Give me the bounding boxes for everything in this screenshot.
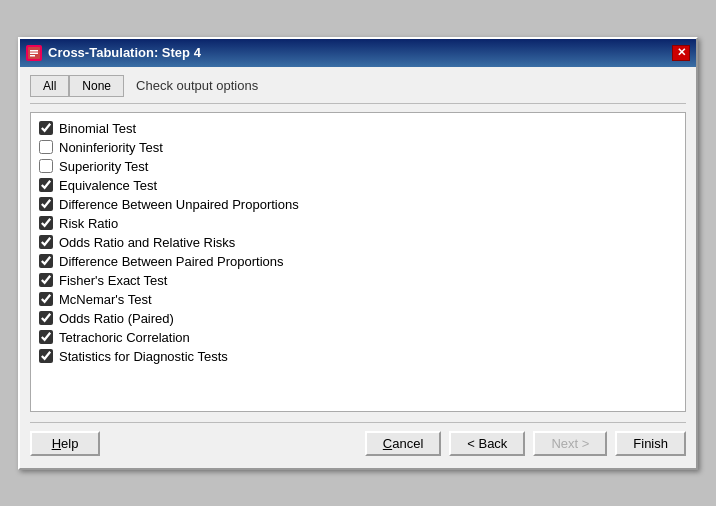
list-item: Tetrachoric Correlation [39, 328, 677, 347]
help-label-text: elp [61, 436, 78, 451]
option-label-diff_unpaired[interactable]: Difference Between Unpaired Proportions [59, 197, 299, 212]
window-icon [26, 45, 42, 61]
close-button[interactable]: ✕ [672, 45, 690, 61]
options-list: Binomial TestNoninferiority TestSuperior… [30, 112, 686, 412]
help-button[interactable]: Help [30, 431, 100, 456]
toolbar: All None Check output options [30, 75, 686, 104]
title-bar: Cross-Tabulation: Step 4 ✕ [20, 39, 696, 67]
svg-rect-3 [30, 55, 35, 57]
option-label-odds_ratio[interactable]: Odds Ratio and Relative Risks [59, 235, 235, 250]
list-item: Noninferiority Test [39, 138, 677, 157]
option-checkbox-superiority[interactable] [39, 159, 53, 173]
option-label-superiority[interactable]: Superiority Test [59, 159, 148, 174]
option-checkbox-tetrachoric[interactable] [39, 330, 53, 344]
option-checkbox-risk_ratio[interactable] [39, 216, 53, 230]
cancel-label-text: ancel [392, 436, 423, 451]
list-item: Fisher's Exact Test [39, 271, 677, 290]
option-checkbox-statistics_diag[interactable] [39, 349, 53, 363]
option-label-odds_paired[interactable]: Odds Ratio (Paired) [59, 311, 174, 326]
option-label-diff_paired[interactable]: Difference Between Paired Proportions [59, 254, 284, 269]
option-label-equivalence[interactable]: Equivalence Test [59, 178, 157, 193]
window-title: Cross-Tabulation: Step 4 [48, 45, 201, 60]
svg-rect-1 [30, 50, 38, 52]
list-item: Statistics for Diagnostic Tests [39, 347, 677, 366]
finish-label: Finish [633, 436, 668, 451]
content-area: All None Check output options Binomial T… [20, 67, 696, 468]
option-label-risk_ratio[interactable]: Risk Ratio [59, 216, 118, 231]
list-item: McNemar's Test [39, 290, 677, 309]
list-item: Difference Between Paired Proportions [39, 252, 677, 271]
next-button[interactable]: Next > [533, 431, 607, 456]
option-label-tetrachoric[interactable]: Tetrachoric Correlation [59, 330, 190, 345]
option-checkbox-diff_unpaired[interactable] [39, 197, 53, 211]
list-item: Difference Between Unpaired Proportions [39, 195, 677, 214]
option-checkbox-odds_ratio[interactable] [39, 235, 53, 249]
option-label-fishers[interactable]: Fisher's Exact Test [59, 273, 167, 288]
list-item: Odds Ratio and Relative Risks [39, 233, 677, 252]
next-label: Next > [551, 436, 589, 451]
main-window: Cross-Tabulation: Step 4 ✕ All None Chec… [18, 37, 698, 470]
list-item: Odds Ratio (Paired) [39, 309, 677, 328]
finish-button[interactable]: Finish [615, 431, 686, 456]
list-item: Binomial Test [39, 119, 677, 138]
svg-rect-2 [30, 52, 38, 54]
list-item: Risk Ratio [39, 214, 677, 233]
option-checkbox-binomial[interactable] [39, 121, 53, 135]
option-label-noninferiority[interactable]: Noninferiority Test [59, 140, 163, 155]
list-item: Superiority Test [39, 157, 677, 176]
none-button[interactable]: None [69, 75, 124, 97]
cancel-button[interactable]: Cancel [365, 431, 441, 456]
footer-right: Cancel < Back Next > Finish [365, 431, 686, 456]
option-checkbox-odds_paired[interactable] [39, 311, 53, 325]
option-checkbox-noninferiority[interactable] [39, 140, 53, 154]
footer-left: Help [30, 431, 100, 456]
option-checkbox-diff_paired[interactable] [39, 254, 53, 268]
footer: Help Cancel < Back Next > Finish [30, 422, 686, 460]
option-label-mcnemar[interactable]: McNemar's Test [59, 292, 152, 307]
toolbar-instruction: Check output options [136, 78, 258, 93]
option-label-binomial[interactable]: Binomial Test [59, 121, 136, 136]
all-button[interactable]: All [30, 75, 69, 97]
option-checkbox-equivalence[interactable] [39, 178, 53, 192]
option-checkbox-fishers[interactable] [39, 273, 53, 287]
title-bar-left: Cross-Tabulation: Step 4 [26, 45, 201, 61]
back-button[interactable]: < Back [449, 431, 525, 456]
option-label-statistics_diag[interactable]: Statistics for Diagnostic Tests [59, 349, 228, 364]
option-checkbox-mcnemar[interactable] [39, 292, 53, 306]
list-item: Equivalence Test [39, 176, 677, 195]
back-label: < Back [467, 436, 507, 451]
